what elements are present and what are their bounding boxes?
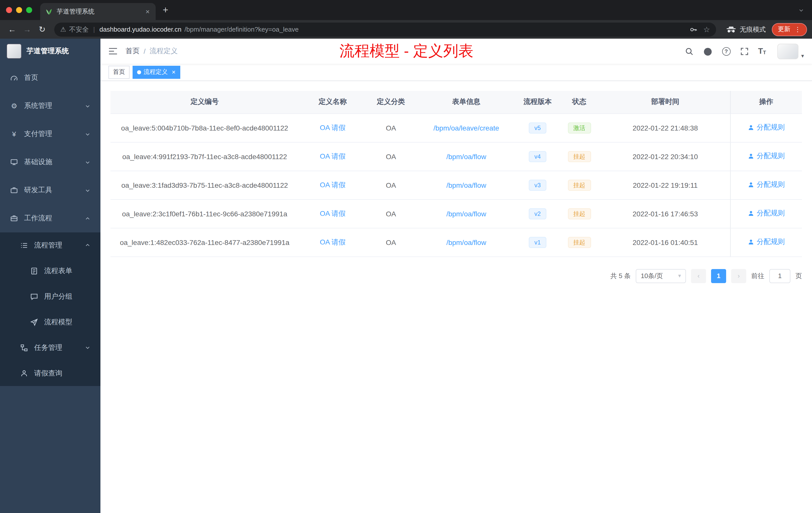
sidebar-item-infrastructure[interactable]: 基础设施	[0, 148, 100, 176]
forward-button[interactable]: →	[20, 25, 34, 34]
cell-definition-id: oa_leave:2:3c1f0ef1-76b1-11ec-9c66-a2380…	[111, 199, 299, 228]
page-size-select[interactable]: 10条/页 ▾	[636, 269, 686, 283]
definition-name-link[interactable]: OA 请假	[320, 123, 346, 131]
list-icon	[20, 241, 28, 249]
sidebar-logo[interactable]: 芋道管理系统	[0, 39, 100, 64]
caret-down-icon: ▾	[801, 53, 804, 59]
browser-tab[interactable]: 芋道管理系统 ×	[40, 3, 156, 20]
cell-deploy-time: 2022-01-22 21:48:38	[601, 114, 730, 142]
prev-page-button[interactable]: ‹	[691, 269, 706, 283]
assign-rule-link[interactable]: 分配规则	[748, 123, 785, 132]
assign-rule-link[interactable]: 分配规则	[748, 152, 785, 161]
table-header-row: 定义编号 定义名称 定义分类 表单信息 流程版本 状态 部署时间 操作	[111, 91, 802, 114]
sidebar-item-payment[interactable]: ¥ 支付管理	[0, 120, 100, 148]
form-info-link[interactable]: /bpm/oa/flow	[446, 181, 486, 189]
breadcrumb: 首页 / 流程定义	[125, 47, 178, 56]
tag-process-definition[interactable]: 流程定义 ×	[133, 65, 180, 79]
tab-search-button[interactable]	[790, 7, 812, 13]
goto-page-input[interactable]	[769, 269, 790, 283]
tab-close-icon[interactable]: ×	[145, 7, 151, 16]
breadcrumb-separator: /	[144, 47, 146, 55]
font-size-icon[interactable]: TT	[758, 47, 766, 55]
assign-rule-link[interactable]: 分配规则	[748, 209, 785, 218]
cell-category: OA	[367, 228, 415, 256]
cell-deploy-time: 2022-01-22 19:19:11	[601, 171, 730, 199]
url-path[interactable]: /bpm/manager/definition?key=oa_leave	[184, 26, 299, 33]
form-info-link[interactable]: /bpm/oa/leave/create	[433, 124, 499, 132]
url-host[interactable]: dashboard.yudao.iocoder.cn	[99, 26, 181, 33]
github-icon[interactable]	[703, 47, 712, 56]
col-definition-id: 定义编号	[111, 91, 299, 114]
incognito-icon	[726, 26, 736, 33]
browser-menu-icon[interactable]: ⋮	[794, 26, 801, 33]
sidebar-item-process-form[interactable]: 流程表单	[0, 258, 100, 283]
sidebar-item-process-management[interactable]: 流程管理	[0, 233, 100, 258]
document-icon	[30, 267, 38, 275]
chevron-up-icon	[85, 242, 90, 248]
chevron-down-icon	[85, 345, 90, 350]
chevron-down-icon	[85, 131, 90, 137]
current-page-button[interactable]: 1	[711, 269, 726, 283]
person-icon	[748, 182, 754, 188]
password-key-icon[interactable]	[689, 25, 697, 33]
reload-button[interactable]: ↻	[35, 25, 49, 34]
avatar[interactable]	[778, 43, 799, 59]
definition-name-link[interactable]: OA 请假	[320, 238, 346, 246]
new-tab-button[interactable]: +	[156, 4, 175, 16]
form-info-link[interactable]: /bpm/oa/flow	[446, 152, 486, 160]
security-label[interactable]: 不安全	[69, 25, 89, 34]
status-badge: 挂起	[568, 237, 591, 248]
chevron-down-icon	[85, 187, 90, 193]
paper-plane-icon	[30, 318, 38, 326]
sidebar-item-system[interactable]: ⚙ 系统管理	[0, 92, 100, 120]
sidebar-item-devtools[interactable]: 研发工具	[0, 176, 100, 204]
window-minimize-button[interactable]	[16, 7, 22, 13]
breadcrumb-home[interactable]: 首页	[125, 47, 140, 56]
tag-close-icon[interactable]: ×	[172, 68, 175, 76]
tab-title: 芋道管理系统	[57, 7, 141, 16]
security-warning-icon[interactable]: ⚠	[60, 26, 66, 33]
assign-rule-link[interactable]: 分配规则	[748, 238, 785, 247]
help-icon[interactable]: ?	[722, 47, 730, 56]
definition-name-link[interactable]: OA 请假	[320, 180, 346, 188]
form-info-link[interactable]: /bpm/oa/flow	[446, 238, 486, 246]
workflow-submenu: 流程管理 流程表单 用户分组	[0, 233, 100, 386]
person-icon	[748, 124, 754, 131]
user-menu[interactable]: ▾	[778, 43, 804, 59]
version-badge: v3	[529, 179, 546, 190]
definition-name-link[interactable]: OA 请假	[320, 152, 346, 160]
tag-home[interactable]: 首页	[109, 65, 129, 79]
chevron-down-icon	[799, 7, 804, 13]
back-button[interactable]: ←	[5, 25, 19, 34]
search-icon[interactable]	[685, 47, 693, 56]
sidebar-item-workflow[interactable]: 工作流程	[0, 204, 100, 233]
briefcase-icon	[10, 214, 18, 222]
address-bar[interactable]: ⚠ 不安全 | dashboard.yudao.iocoder.cn/bpm/m…	[54, 22, 716, 36]
next-page-button[interactable]: ›	[731, 269, 746, 283]
version-badge: v4	[529, 151, 546, 162]
assign-rule-link[interactable]: 分配规则	[748, 180, 785, 189]
bookmark-star-icon[interactable]: ☆	[703, 25, 710, 34]
table-row: oa_leave:4:991f2193-7b7f-11ec-a3c8-acde4…	[111, 142, 802, 171]
sidebar-item-leave-query[interactable]: 请假查询	[0, 360, 100, 386]
form-info-link[interactable]: /bpm/oa/flow	[446, 210, 486, 218]
sidebar-collapse-icon[interactable]	[109, 47, 117, 55]
sidebar-item-user-group[interactable]: 用户分组	[0, 283, 100, 309]
active-tag-dot	[137, 70, 141, 74]
browser-update-button[interactable]: 更新 ⋮	[772, 23, 807, 36]
cell-deploy-time: 2022-01-16 01:40:51	[601, 228, 730, 256]
version-badge: v5	[529, 122, 546, 133]
table-row: oa_leave:2:3c1f0ef1-76b1-11ec-9c66-a2380…	[111, 199, 802, 228]
window-zoom-button[interactable]	[26, 7, 32, 13]
status-badge: 挂起	[568, 179, 591, 190]
fullscreen-icon[interactable]	[740, 47, 749, 56]
sidebar-item-process-model[interactable]: 流程模型	[0, 309, 100, 335]
person-icon	[748, 210, 754, 217]
cell-category: OA	[367, 142, 415, 171]
sidebar-item-home[interactable]: 首页	[0, 64, 100, 92]
browser-toolbar: ← → ↻ ⚠ 不安全 | dashboard.yudao.iocoder.cn…	[0, 20, 812, 39]
window-close-button[interactable]	[6, 7, 12, 13]
gear-icon: ⚙	[10, 102, 18, 110]
definition-name-link[interactable]: OA 请假	[320, 209, 346, 217]
sidebar-item-task-management[interactable]: 任务管理	[0, 335, 100, 360]
